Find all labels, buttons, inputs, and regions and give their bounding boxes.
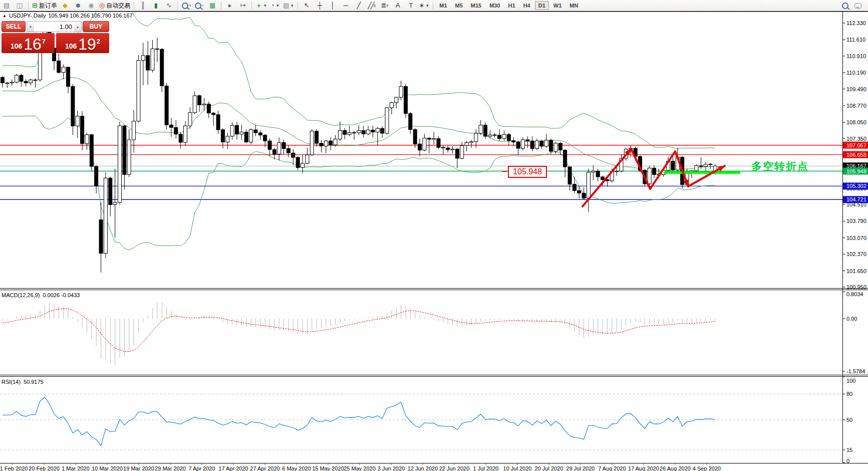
volume-increase-button[interactable]: ▲ [74, 22, 81, 32]
candle-body [179, 134, 182, 142]
tab-timeframe-m30[interactable]: M30 [486, 1, 503, 10]
candle-body [544, 140, 548, 146]
candle-body [587, 172, 591, 198]
vertical-line-tool-icon[interactable]: │ [327, 1, 339, 10]
candle-body [127, 140, 131, 174]
volume-input[interactable] [34, 22, 74, 32]
chart-shift-icon[interactable]: ↦ [237, 1, 249, 10]
zoom-out-icon[interactable]: − [193, 1, 205, 10]
price-level-flag[interactable]: 105.948 [508, 166, 547, 178]
candle-body [479, 125, 482, 133]
tab-timeframe-m15[interactable]: M15 [467, 1, 485, 10]
separator [28, 2, 29, 10]
indicators-button[interactable]: ＋▼ [254, 1, 268, 10]
date-tick-label: 20 Feb 2020 [29, 465, 60, 471]
new-order-button[interactable]: ⊞ 新订单 [31, 1, 58, 10]
collapse-arrow-icon[interactable]: ▲ [3, 14, 7, 18]
metaeditor-icon[interactable]: ◆ [59, 1, 71, 10]
candle-body [286, 148, 290, 153]
buy-button[interactable]: BUY [83, 21, 109, 32]
charts-list-icon[interactable]: ▤ [1, 1, 13, 10]
candle-body [184, 126, 187, 142]
price-badge-label: 107.067 [846, 142, 866, 148]
candle-body [432, 139, 436, 139]
autotrading-button[interactable]: ◎ 自动交易 [98, 1, 131, 10]
search-icon[interactable] [839, 1, 851, 10]
price-badge-label: 105.948 [846, 168, 866, 174]
candle-body [141, 56, 145, 61]
profiles-icon[interactable]: ◫ [14, 1, 26, 10]
horizontal-line-tool-icon[interactable]: ─ [340, 1, 352, 10]
date-tick-label: 7 Aug 2020 [598, 465, 626, 471]
templates-button[interactable]: ▧▼ [282, 1, 295, 10]
chart-canvas[interactable]: 112.330111.610110.910110.190109.490108.7… [0, 0, 868, 471]
volume-decrease-button[interactable]: ▼ [27, 22, 34, 32]
separator [177, 2, 178, 10]
crosshair-tool-icon[interactable]: ┼ [314, 1, 326, 10]
candle-body [385, 108, 389, 133]
rsi-tick-label: 50 [846, 417, 852, 423]
text-tool-icon[interactable]: A [392, 1, 404, 10]
arrows-tool-icon[interactable]: ∗▼ [418, 1, 430, 10]
candle-body [493, 135, 496, 135]
line-chart-icon[interactable]: ∿ [163, 1, 175, 10]
price-badge-label: 106.658 [846, 152, 866, 158]
tab-timeframe-w1[interactable]: W1 [550, 1, 565, 10]
candle-body [535, 141, 539, 148]
auto-scroll-icon[interactable]: ▸ [224, 1, 236, 10]
price-flag-tick [502, 171, 507, 172]
candle-body [437, 139, 440, 148]
community-icon[interactable]: ☻ [72, 1, 84, 10]
candle-body [292, 153, 295, 157]
tab-timeframe-mn[interactable]: MN [566, 1, 582, 10]
candle-body [699, 166, 703, 166]
date-tick-label: 25 May 2020 [344, 465, 376, 471]
tab-timeframe-m5[interactable]: M5 [452, 1, 466, 10]
text-label-tool-icon[interactable]: T [405, 1, 417, 10]
date-tick-label: 17 Apr 2020 [218, 465, 248, 471]
trendline-tool-icon[interactable]: ╱ [353, 1, 365, 10]
candle-body [399, 86, 403, 97]
candle-body [34, 80, 37, 80]
tab-timeframe-d1[interactable]: D1 [535, 1, 549, 10]
tab-timeframe-h1[interactable]: H1 [505, 1, 519, 10]
candle-body [558, 143, 562, 150]
candlestick-chart-icon[interactable]: ▮ [150, 1, 162, 10]
candle-body [446, 148, 450, 150]
candle-body [362, 130, 365, 134]
channel-tool-icon[interactable]: ╱╱E [366, 1, 378, 10]
bar-chart-icon[interactable]: ║ [137, 1, 149, 10]
sell-price-box[interactable]: 106 16 7 [2, 33, 55, 53]
candle-body [577, 190, 581, 193]
candle-body [282, 142, 285, 148]
periods-button[interactable]: ◔▼ [269, 1, 281, 10]
candle-body [306, 155, 309, 163]
tile-windows-icon[interactable]: ▦ [206, 1, 218, 10]
candle-body [132, 121, 136, 140]
tab-timeframe-m1[interactable]: M1 [436, 1, 450, 10]
rsi-tick-label: 100 [846, 378, 855, 384]
candle-body [474, 133, 478, 142]
fibonacci-tool-icon[interactable]: ≣F [379, 1, 391, 10]
candle-body [530, 141, 534, 148]
zoom-in-icon[interactable]: + [180, 1, 192, 10]
date-tick-label: 10 Jul 2020 [503, 465, 532, 471]
tab-timeframe-h4[interactable]: H4 [520, 1, 534, 10]
price-tick-label: 108.050 [846, 119, 866, 125]
candle-body [137, 61, 140, 121]
sell-price-pips: 16 [24, 37, 42, 52]
sell-button[interactable]: SELL [2, 21, 26, 32]
toolbar: ▤ ◫ ⊞ 新订单 ◆ ☻ ◉ ◎ 自动交易 ║ ▮ ∿ + − ▦ ▸ ↦ ＋… [0, 0, 868, 12]
turning-point-note[interactable]: 多空转折点 [751, 159, 809, 173]
candle-body [324, 141, 328, 146]
signals-icon[interactable]: ◉ [85, 1, 97, 10]
price-badge-label: 105.302 [846, 183, 866, 189]
date-tick-label: 10 Mar 2020 [92, 465, 123, 471]
rsi-tick-label: 0 [846, 458, 849, 464]
buy-price-pips: 19 [78, 37, 96, 52]
cursor-tool-icon[interactable]: ↖ [301, 1, 313, 10]
buy-price-box[interactable]: 106 19 2 [56, 33, 109, 53]
separator [221, 2, 221, 10]
chat-icon[interactable] [852, 1, 864, 10]
candle-body [460, 145, 464, 158]
